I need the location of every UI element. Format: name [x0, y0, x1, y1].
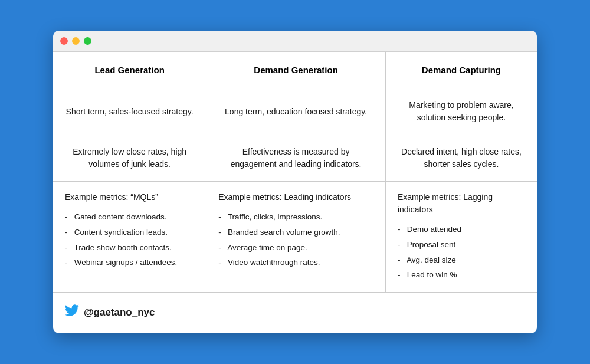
list-item: Lead to win %	[398, 267, 525, 283]
list-item: Trade show booth contacts.	[65, 240, 194, 255]
close-button[interactable]	[60, 37, 68, 45]
table-row: Short term, sales-focused strategy. Long…	[53, 88, 537, 135]
list-item: Traffic, clicks, impressions.	[218, 209, 373, 225]
header-demand-gen: Demand Generation	[206, 52, 386, 88]
metrics-col2: Example metrics: Leading indicators Traf…	[206, 182, 386, 292]
header-lead-gen: Lead Generation	[53, 52, 206, 88]
titlebar	[53, 31, 537, 52]
row1-col1: Short term, sales-focused strategy.	[53, 88, 206, 135]
row2-col2: Effectiveness is measured by engagement …	[206, 135, 386, 182]
list-item: Video watchthrough rates.	[218, 255, 373, 270]
metrics-title-1: Example metrics: “MQLs”	[65, 191, 194, 204]
table-row: Extremely low close rates, high volumes …	[53, 135, 537, 182]
metrics-col1: Example metrics: “MQLs” Gated content do…	[53, 182, 206, 292]
metrics-list-2: Traffic, clicks, impressions. Branded se…	[218, 209, 373, 270]
row1-col2: Long term, education focused strategy.	[206, 88, 386, 135]
list-item: Demo attended	[398, 222, 525, 237]
list-item: Content syndication leads.	[65, 225, 194, 240]
maximize-button[interactable]	[84, 37, 91, 45]
minimize-button[interactable]	[72, 37, 80, 45]
footer-row: @gaetano_nyc	[53, 292, 537, 333]
header-demand-cap: Demand Capturing	[385, 52, 537, 88]
comparison-table: Lead Generation Demand Generation Demand…	[53, 52, 537, 333]
row1-col3: Marketing to problem aware, solution see…	[385, 88, 537, 135]
twitter-icon	[65, 303, 79, 323]
metrics-col3: Example metrics: Lagging indicators Demo…	[385, 182, 537, 292]
metrics-row: Example metrics: “MQLs” Gated content do…	[53, 182, 537, 292]
row2-col3: Declared intent, high close rates, short…	[385, 135, 537, 182]
table-wrapper: Lead Generation Demand Generation Demand…	[53, 52, 537, 333]
footer-cell: @gaetano_nyc	[53, 292, 537, 333]
footer-content: @gaetano_nyc	[65, 303, 525, 323]
list-item: Gated content downloads.	[65, 209, 194, 225]
metrics-list-1: Gated content downloads. Content syndica…	[65, 209, 194, 270]
list-item: Average time on page.	[218, 240, 373, 255]
metrics-title-2: Example metrics: Leading indicators	[218, 191, 373, 204]
app-window: Lead Generation Demand Generation Demand…	[53, 31, 537, 333]
list-item: Proposal sent	[398, 237, 525, 252]
twitter-handle: @gaetano_nyc	[84, 305, 155, 320]
metrics-list-3: Demo attended Proposal sent Avg. deal si…	[398, 222, 525, 282]
list-item: Branded search volume growth.	[218, 225, 373, 240]
row2-col1: Extremely low close rates, high volumes …	[53, 135, 206, 182]
list-item: Avg. deal size	[398, 252, 525, 268]
metrics-title-3: Example metrics: Lagging indicators	[398, 191, 525, 216]
list-item: Webinar signups / attendees.	[65, 255, 194, 270]
